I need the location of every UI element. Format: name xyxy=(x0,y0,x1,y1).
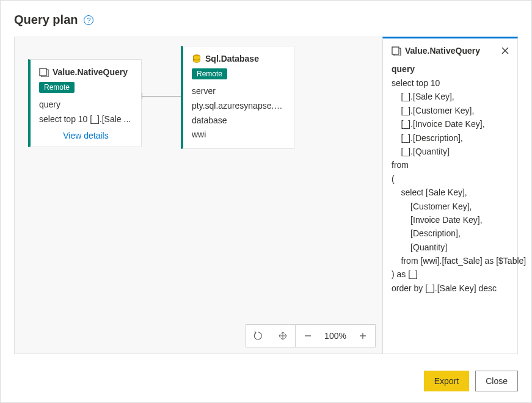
remote-badge: Remote xyxy=(192,68,227,79)
panel-section-label: query xyxy=(392,64,509,74)
close-icon[interactable] xyxy=(499,45,511,57)
node-sql-database[interactable]: Sql.Database Remote server pty.sql.azure… xyxy=(181,46,294,149)
help-icon[interactable]: ? xyxy=(84,15,93,25)
plan-canvas[interactable]: Value.NativeQuery Remote query select to… xyxy=(14,37,382,354)
node-field-value: select top 10 [_].[Sale ... xyxy=(39,112,133,127)
reset-icon[interactable] xyxy=(246,325,271,347)
export-button[interactable]: Export xyxy=(424,371,469,391)
dialog-title: Query plan xyxy=(14,13,78,27)
zoom-out-icon[interactable] xyxy=(296,325,320,347)
view-details-link[interactable]: View details xyxy=(39,131,133,140)
dialog-footer: Export Close xyxy=(424,371,518,391)
node-header: Sql.Database xyxy=(192,54,285,64)
svg-rect-5 xyxy=(392,47,399,54)
query-icon xyxy=(392,46,401,56)
fit-icon[interactable] xyxy=(271,325,295,347)
node-field-value: wwi xyxy=(192,128,285,142)
dialog-header: Query plan ? xyxy=(14,13,518,27)
panel-title: Value.NativeQuery xyxy=(405,46,480,56)
zoom-percent: 100% xyxy=(320,325,351,347)
remote-badge: Remote xyxy=(39,82,75,93)
node-title: Value.NativeQuery xyxy=(53,67,128,77)
query-plan-dialog: Query plan ? Value.NativeQuery Remote qu… xyxy=(0,0,532,403)
svg-rect-0 xyxy=(40,68,46,76)
node-field-label: query xyxy=(39,98,133,112)
query-text: select top 10 [_].[Sale Key], [_].[Custo… xyxy=(392,76,509,295)
query-icon xyxy=(39,67,49,77)
zoom-in-icon[interactable] xyxy=(351,325,375,347)
zoom-toolbar: 100% xyxy=(246,324,376,347)
node-header: Value.NativeQuery xyxy=(39,67,133,77)
panel-header: Value.NativeQuery xyxy=(392,46,509,56)
connector-line xyxy=(142,96,181,96)
database-icon xyxy=(192,54,202,64)
content-area: Value.NativeQuery Remote query select to… xyxy=(14,37,518,354)
node-field-value: pty.sql.azuresynapse.net xyxy=(192,99,285,114)
node-native-query[interactable]: Value.NativeQuery Remote query select to… xyxy=(28,59,142,147)
details-panel: Value.NativeQuery query select top 10 [_… xyxy=(382,37,518,354)
node-field-label: server xyxy=(192,84,285,99)
node-title: Sql.Database xyxy=(205,54,259,64)
close-button[interactable]: Close xyxy=(475,371,518,391)
node-field-label: database xyxy=(192,114,285,128)
